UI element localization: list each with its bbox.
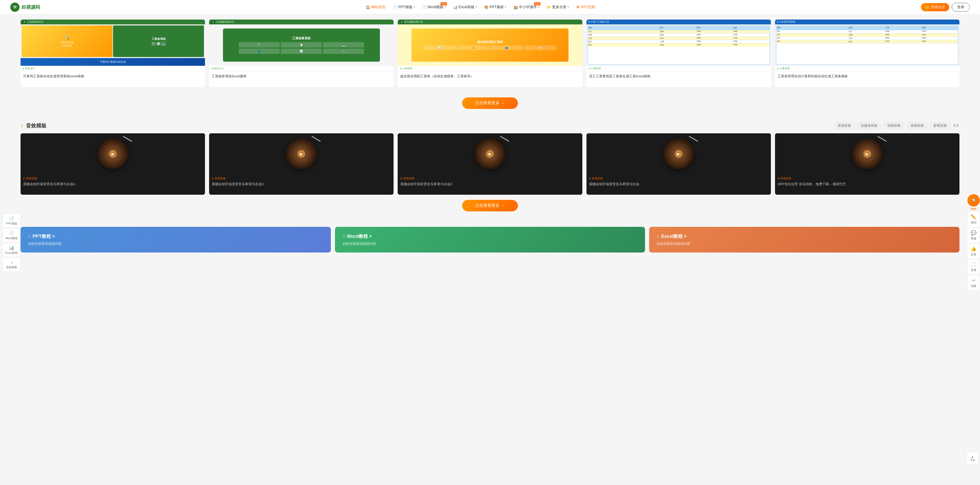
vip-label: 升级会员	[931, 5, 945, 10]
audio-label-5: ● 其他音效	[775, 175, 959, 182]
needle-4	[689, 136, 698, 142]
product-card-3[interactable]: X 员工超级实用工资 超全面实用的工资表 📊 💰 👥 📋	[398, 19, 582, 87]
needle-1	[123, 136, 132, 142]
nav-school[interactable]: 🏫 中小学课件 host ▾	[511, 3, 542, 11]
product-img-4: X 大客户工资条工具 姓名 部门 基本 实发 张三	[587, 19, 771, 66]
vip-button[interactable]: 👑 升级会员	[921, 3, 949, 11]
product-label-2: ● 财务会计	[209, 66, 393, 72]
more-chevron: ▾	[568, 5, 569, 9]
sidebar-feedback[interactable]: 👍 反馈	[967, 243, 980, 258]
product-img-5: X 工资条管理系统 编号 姓名 工资 税后 001	[775, 19, 959, 66]
circle-icon-excel: ○	[657, 234, 660, 239]
vinyl-record-5: ▶	[852, 138, 883, 169]
vip-crown-icon: 👑	[925, 5, 929, 9]
product-label-3: ● 人事管理	[398, 66, 582, 72]
audio-title-4: 震撼会销开场背景音乐希望与永远	[587, 182, 771, 195]
excel-chevron: ▾	[476, 5, 477, 9]
audio-title-1: 震撼会销开场背景音乐希望与永远4	[21, 182, 205, 195]
audio-card-4[interactable]: ▶ ● 其他音效 震撼会销开场背景音乐希望与永远	[587, 133, 771, 195]
needle-2	[312, 136, 321, 142]
tag-more[interactable]: 更多	[953, 123, 959, 128]
logo-icon: H	[10, 3, 19, 12]
product-title-3: 超全面实用的工资表（自动生成税表、工资条等）	[398, 72, 582, 87]
product-img-1: X 工员来往来示文 🔍 可查询工资条 自动生成	[21, 19, 205, 66]
tag-other-sfx[interactable]: 其他音效	[834, 122, 855, 129]
audio-grid: ▶ ● 其他音效 震撼会销开场背景音乐希望与永远4 ▶ ● 其他音效 震撼会销开…	[21, 133, 959, 195]
logo[interactable]: H 好易源码	[10, 3, 40, 12]
nav-excel[interactable]: 📊 Excel表格 ▾	[450, 3, 480, 11]
word-chevron: ▾	[444, 5, 446, 9]
tag-self-media[interactable]: 自媒体音效	[857, 122, 881, 129]
sidebar-customer-service[interactable]: 💬 客服	[967, 227, 980, 243]
custom-icon: 🛠	[576, 5, 580, 9]
sidebar-excel-template[interactable]: 📊 Excel表格	[3, 243, 21, 257]
svip-button[interactable]: 💎	[967, 194, 980, 207]
ppt-material-chevron: ▾	[505, 5, 506, 9]
product-card-4[interactable]: X 大客户工资条工具 姓名 部门 基本 实发 张三	[587, 19, 771, 87]
tutorial-ppt-desc: 好的东西直得描述内容	[28, 242, 323, 246]
ppt-icon: 📄	[393, 5, 397, 9]
checkin-icon: ✏️	[971, 214, 977, 220]
tutorial-word[interactable]: ○ Word教程 > 好的东西直得描述内容	[335, 227, 645, 253]
nav-more[interactable]: 📁 更多分类 ▾	[544, 3, 572, 11]
tutorial-word-title: ○ Word教程 >	[343, 233, 638, 239]
svip-label: SVIP	[971, 208, 977, 210]
product-img-2: X 工员核算系统示文 工资核算系统 🔍 📋 💻 👤 📊	[209, 19, 393, 66]
audio-img-4: ▶	[587, 133, 771, 175]
load-more-container: 点击查看更多 →	[21, 92, 959, 117]
school-host-badge: host	[534, 2, 541, 5]
nav-word[interactable]: 📄 Word模板 new ▾	[419, 3, 449, 11]
customer-service-icon: 💬	[971, 230, 977, 236]
more-icon: 📁	[547, 5, 551, 9]
header: H 好易源码 🏠 网站首页 📄 PPT模板 ▾ 📄 Word模板 new ▾ 📊…	[0, 0, 980, 14]
product-card-2[interactable]: X 工员核算系统示文 工资核算系统 🔍 📋 💻 👤 📊	[209, 19, 393, 87]
sidebar-left: 📄 PPT模板 📄 Word模板 📊 Excel表格 ♪ 音效模板	[3, 214, 21, 258]
product-title-5: 工资表管理自动计算和扣税自动生成工资条模板	[775, 72, 959, 87]
product-title-4: 员工工资查询及工资条生成工具Excel表格	[587, 72, 771, 87]
music-icon: ♪	[21, 122, 23, 129]
audio-label-3: ● 其他音效	[398, 175, 582, 182]
tag-film[interactable]: 影视音效	[930, 122, 951, 129]
nav-excel-label: Excel表格	[458, 5, 474, 10]
nav-custom[interactable]: 🛠 PPT定制	[573, 3, 598, 11]
tag-animation[interactable]: 动画音效	[883, 122, 904, 129]
tutorial-excel[interactable]: ○ Excel教程 > 好的东西直得描述内容	[649, 227, 959, 253]
sidebar-checkin[interactable]: ✏️ 签到	[967, 211, 980, 227]
audio-card-5[interactable]: ▶ ● 其他音效 28中安比拉琴 音乐特效，免费下载 – 素材巴巴	[775, 133, 959, 195]
nav-ppt[interactable]: 📄 PPT模板 ▾	[390, 3, 418, 11]
audio-label-4: ● 其他音效	[587, 175, 771, 182]
sidebar-ppt-label: PPT模板	[6, 222, 17, 226]
audio-load-more-button[interactable]: 点击查看更多 →	[462, 200, 518, 211]
sidebar-audio-template[interactable]: ♪ 音效模板	[3, 258, 21, 258]
nav-home[interactable]: 🏠 网站首页	[363, 3, 389, 11]
tutorials-section: ○ PPT教程 > 好的东西直得描述内容 ○ Word教程 > 好的东西直得描述…	[21, 219, 959, 258]
audio-card-2[interactable]: ▶ ● 其他音效 震撼会销开场背景音乐希望与永远3	[209, 133, 393, 195]
nav-ppt-material[interactable]: 🎨 PPT素材 ▾	[481, 3, 509, 11]
nav-word-label: Word模板	[428, 5, 443, 10]
sidebar-word-template[interactable]: 📄 Word模板	[3, 228, 21, 243]
word-icon: 📄	[422, 5, 427, 9]
tutorial-ppt[interactable]: ○ PPT教程 > 好的东西直得描述内容	[21, 227, 331, 253]
load-more-button[interactable]: 点击查看更多 →	[462, 97, 518, 109]
vinyl-record-1: ▶	[97, 138, 128, 169]
nav-home-label: 网站首页	[371, 5, 386, 10]
login-button[interactable]: 登录	[952, 3, 970, 11]
product-title-2: 工资核算系统Excel素材	[209, 72, 393, 87]
svip-icon: 💎	[972, 199, 976, 202]
product-card-1[interactable]: X 工员来往来示文 🔍 可查询工资条 自动生成	[21, 19, 205, 87]
audio-card-3[interactable]: ▶ ● 其他音效 震撼会销开场背景音乐希望与永远2	[398, 133, 582, 195]
audio-title-2: 震撼会销开场背景音乐希望与永远3	[209, 182, 393, 195]
audio-card-1[interactable]: ▶ ● 其他音效 震撼会销开场背景音乐希望与永远4	[21, 133, 205, 195]
tutorial-excel-desc: 好的东西直得描述内容	[657, 242, 952, 246]
audio-section-header: ♪ 音效模板 其他音效 自媒体音效 动画音效 游戏音效 影视音效 更多	[21, 117, 959, 133]
audio-img-1: ▶	[21, 133, 205, 175]
product-label-4: ● 人事管理	[587, 66, 771, 72]
nav-ppt-material-label: PPT素材	[490, 5, 504, 10]
sidebar-ppt-template[interactable]: 📄 PPT模板	[3, 214, 21, 228]
product-card-5[interactable]: X 工资条管理系统 编号 姓名 工资 税后 001	[775, 19, 959, 87]
audio-img-5: ▶	[775, 133, 959, 175]
sidebar-word-label: Word模板	[5, 236, 18, 240]
audio-label-2: ● 其他音效	[209, 175, 393, 182]
nav-ppt-label: PPT模板	[398, 5, 412, 10]
tag-game[interactable]: 游戏音效	[907, 122, 928, 129]
